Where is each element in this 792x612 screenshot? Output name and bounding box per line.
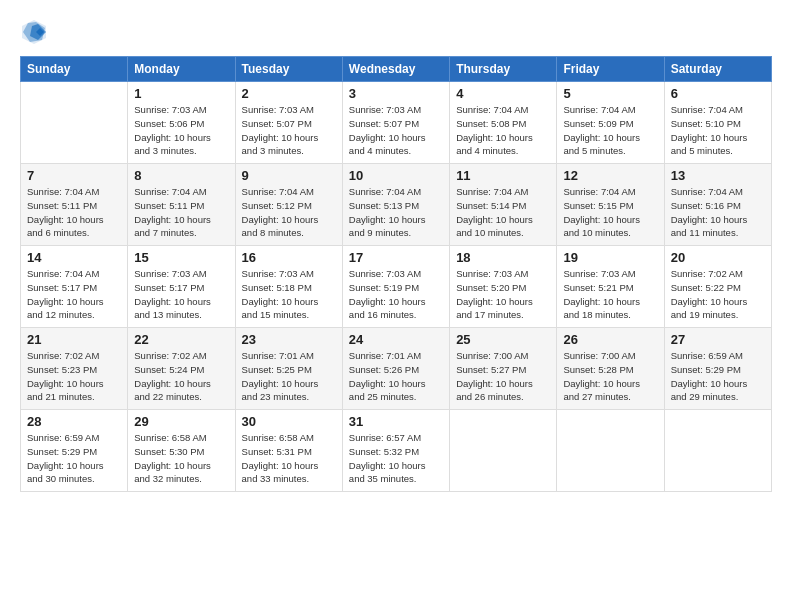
day-info: Sunrise: 7:04 AM Sunset: 5:16 PM Dayligh… xyxy=(671,185,765,240)
logo xyxy=(20,18,51,46)
day-info: Sunrise: 7:04 AM Sunset: 5:11 PM Dayligh… xyxy=(134,185,228,240)
day-cell: 9Sunrise: 7:04 AM Sunset: 5:12 PM Daylig… xyxy=(235,164,342,246)
day-number: 19 xyxy=(563,250,657,265)
day-number: 3 xyxy=(349,86,443,101)
day-cell: 10Sunrise: 7:04 AM Sunset: 5:13 PM Dayli… xyxy=(342,164,449,246)
day-number: 30 xyxy=(242,414,336,429)
day-number: 13 xyxy=(671,168,765,183)
day-number: 24 xyxy=(349,332,443,347)
day-info: Sunrise: 6:58 AM Sunset: 5:30 PM Dayligh… xyxy=(134,431,228,486)
day-cell: 27Sunrise: 6:59 AM Sunset: 5:29 PM Dayli… xyxy=(664,328,771,410)
day-number: 27 xyxy=(671,332,765,347)
day-number: 16 xyxy=(242,250,336,265)
day-cell xyxy=(450,410,557,492)
day-info: Sunrise: 7:00 AM Sunset: 5:28 PM Dayligh… xyxy=(563,349,657,404)
day-cell: 6Sunrise: 7:04 AM Sunset: 5:10 PM Daylig… xyxy=(664,82,771,164)
day-cell: 22Sunrise: 7:02 AM Sunset: 5:24 PM Dayli… xyxy=(128,328,235,410)
day-cell: 17Sunrise: 7:03 AM Sunset: 5:19 PM Dayli… xyxy=(342,246,449,328)
day-info: Sunrise: 6:57 AM Sunset: 5:32 PM Dayligh… xyxy=(349,431,443,486)
week-row-1: 1Sunrise: 7:03 AM Sunset: 5:06 PM Daylig… xyxy=(21,82,772,164)
col-header-wednesday: Wednesday xyxy=(342,57,449,82)
day-info: Sunrise: 7:03 AM Sunset: 5:07 PM Dayligh… xyxy=(349,103,443,158)
day-number: 10 xyxy=(349,168,443,183)
day-cell: 11Sunrise: 7:04 AM Sunset: 5:14 PM Dayli… xyxy=(450,164,557,246)
day-info: Sunrise: 7:03 AM Sunset: 5:06 PM Dayligh… xyxy=(134,103,228,158)
day-cell: 5Sunrise: 7:04 AM Sunset: 5:09 PM Daylig… xyxy=(557,82,664,164)
day-cell: 2Sunrise: 7:03 AM Sunset: 5:07 PM Daylig… xyxy=(235,82,342,164)
day-info: Sunrise: 6:59 AM Sunset: 5:29 PM Dayligh… xyxy=(671,349,765,404)
day-number: 12 xyxy=(563,168,657,183)
day-number: 8 xyxy=(134,168,228,183)
day-info: Sunrise: 7:02 AM Sunset: 5:23 PM Dayligh… xyxy=(27,349,121,404)
day-cell: 30Sunrise: 6:58 AM Sunset: 5:31 PM Dayli… xyxy=(235,410,342,492)
day-info: Sunrise: 7:03 AM Sunset: 5:07 PM Dayligh… xyxy=(242,103,336,158)
day-number: 20 xyxy=(671,250,765,265)
day-cell: 4Sunrise: 7:04 AM Sunset: 5:08 PM Daylig… xyxy=(450,82,557,164)
day-cell xyxy=(21,82,128,164)
day-info: Sunrise: 7:01 AM Sunset: 5:26 PM Dayligh… xyxy=(349,349,443,404)
col-header-thursday: Thursday xyxy=(450,57,557,82)
day-cell: 19Sunrise: 7:03 AM Sunset: 5:21 PM Dayli… xyxy=(557,246,664,328)
header-row: SundayMondayTuesdayWednesdayThursdayFrid… xyxy=(21,57,772,82)
day-info: Sunrise: 7:04 AM Sunset: 5:17 PM Dayligh… xyxy=(27,267,121,322)
day-cell: 28Sunrise: 6:59 AM Sunset: 5:29 PM Dayli… xyxy=(21,410,128,492)
day-info: Sunrise: 7:03 AM Sunset: 5:17 PM Dayligh… xyxy=(134,267,228,322)
day-cell xyxy=(664,410,771,492)
day-info: Sunrise: 6:58 AM Sunset: 5:31 PM Dayligh… xyxy=(242,431,336,486)
day-cell: 8Sunrise: 7:04 AM Sunset: 5:11 PM Daylig… xyxy=(128,164,235,246)
day-cell: 20Sunrise: 7:02 AM Sunset: 5:22 PM Dayli… xyxy=(664,246,771,328)
day-number: 31 xyxy=(349,414,443,429)
day-info: Sunrise: 7:04 AM Sunset: 5:09 PM Dayligh… xyxy=(563,103,657,158)
day-cell: 26Sunrise: 7:00 AM Sunset: 5:28 PM Dayli… xyxy=(557,328,664,410)
day-cell: 12Sunrise: 7:04 AM Sunset: 5:15 PM Dayli… xyxy=(557,164,664,246)
day-cell: 24Sunrise: 7:01 AM Sunset: 5:26 PM Dayli… xyxy=(342,328,449,410)
day-info: Sunrise: 7:04 AM Sunset: 5:11 PM Dayligh… xyxy=(27,185,121,240)
day-number: 4 xyxy=(456,86,550,101)
day-info: Sunrise: 7:00 AM Sunset: 5:27 PM Dayligh… xyxy=(456,349,550,404)
logo-icon xyxy=(20,18,48,46)
day-number: 11 xyxy=(456,168,550,183)
day-info: Sunrise: 7:03 AM Sunset: 5:20 PM Dayligh… xyxy=(456,267,550,322)
col-header-sunday: Sunday xyxy=(21,57,128,82)
week-row-4: 21Sunrise: 7:02 AM Sunset: 5:23 PM Dayli… xyxy=(21,328,772,410)
day-cell: 3Sunrise: 7:03 AM Sunset: 5:07 PM Daylig… xyxy=(342,82,449,164)
day-cell: 23Sunrise: 7:01 AM Sunset: 5:25 PM Dayli… xyxy=(235,328,342,410)
calendar-table: SundayMondayTuesdayWednesdayThursdayFrid… xyxy=(20,56,772,492)
day-info: Sunrise: 7:02 AM Sunset: 5:24 PM Dayligh… xyxy=(134,349,228,404)
day-info: Sunrise: 7:03 AM Sunset: 5:18 PM Dayligh… xyxy=(242,267,336,322)
day-number: 6 xyxy=(671,86,765,101)
day-cell: 1Sunrise: 7:03 AM Sunset: 5:06 PM Daylig… xyxy=(128,82,235,164)
week-row-2: 7Sunrise: 7:04 AM Sunset: 5:11 PM Daylig… xyxy=(21,164,772,246)
day-info: Sunrise: 7:04 AM Sunset: 5:10 PM Dayligh… xyxy=(671,103,765,158)
day-cell xyxy=(557,410,664,492)
day-number: 1 xyxy=(134,86,228,101)
day-info: Sunrise: 7:01 AM Sunset: 5:25 PM Dayligh… xyxy=(242,349,336,404)
day-cell: 7Sunrise: 7:04 AM Sunset: 5:11 PM Daylig… xyxy=(21,164,128,246)
day-cell: 16Sunrise: 7:03 AM Sunset: 5:18 PM Dayli… xyxy=(235,246,342,328)
day-number: 22 xyxy=(134,332,228,347)
day-cell: 29Sunrise: 6:58 AM Sunset: 5:30 PM Dayli… xyxy=(128,410,235,492)
day-number: 9 xyxy=(242,168,336,183)
day-number: 5 xyxy=(563,86,657,101)
day-cell: 21Sunrise: 7:02 AM Sunset: 5:23 PM Dayli… xyxy=(21,328,128,410)
day-info: Sunrise: 7:03 AM Sunset: 5:21 PM Dayligh… xyxy=(563,267,657,322)
day-info: Sunrise: 7:04 AM Sunset: 5:08 PM Dayligh… xyxy=(456,103,550,158)
day-number: 18 xyxy=(456,250,550,265)
day-info: Sunrise: 6:59 AM Sunset: 5:29 PM Dayligh… xyxy=(27,431,121,486)
day-cell: 15Sunrise: 7:03 AM Sunset: 5:17 PM Dayli… xyxy=(128,246,235,328)
day-cell: 14Sunrise: 7:04 AM Sunset: 5:17 PM Dayli… xyxy=(21,246,128,328)
day-number: 21 xyxy=(27,332,121,347)
col-header-monday: Monday xyxy=(128,57,235,82)
day-info: Sunrise: 7:04 AM Sunset: 5:14 PM Dayligh… xyxy=(456,185,550,240)
day-number: 25 xyxy=(456,332,550,347)
day-cell: 13Sunrise: 7:04 AM Sunset: 5:16 PM Dayli… xyxy=(664,164,771,246)
day-info: Sunrise: 7:02 AM Sunset: 5:22 PM Dayligh… xyxy=(671,267,765,322)
day-number: 28 xyxy=(27,414,121,429)
col-header-tuesday: Tuesday xyxy=(235,57,342,82)
header xyxy=(20,18,772,46)
week-row-5: 28Sunrise: 6:59 AM Sunset: 5:29 PM Dayli… xyxy=(21,410,772,492)
day-cell: 31Sunrise: 6:57 AM Sunset: 5:32 PM Dayli… xyxy=(342,410,449,492)
week-row-3: 14Sunrise: 7:04 AM Sunset: 5:17 PM Dayli… xyxy=(21,246,772,328)
day-number: 15 xyxy=(134,250,228,265)
calendar-page: SundayMondayTuesdayWednesdayThursdayFrid… xyxy=(0,0,792,612)
